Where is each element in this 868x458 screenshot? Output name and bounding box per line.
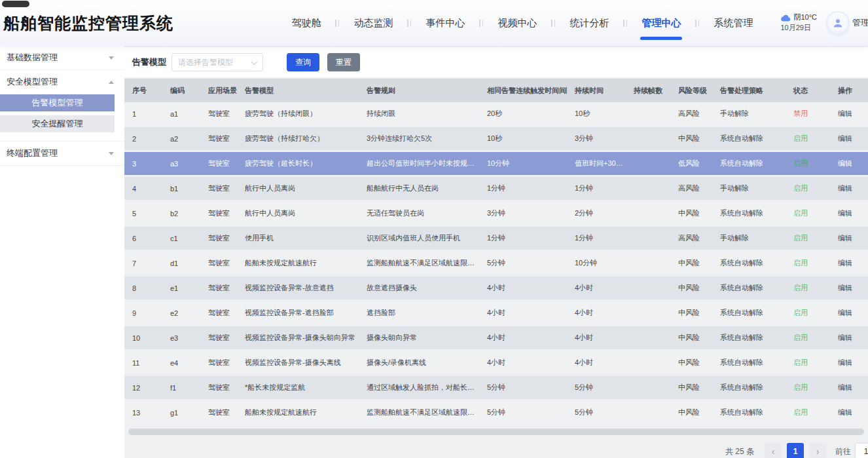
- select-placeholder: 请选择告警模型: [178, 57, 233, 68]
- nav-tab-label: 管理中心: [642, 17, 681, 28]
- cell-duration: 5分钟: [567, 408, 626, 417]
- nav-tab-1[interactable]: 动态监测: [339, 17, 407, 29]
- nav-tab-3[interactable]: 视频中心: [483, 17, 551, 29]
- cell-scene: 驾驶室: [200, 183, 237, 193]
- query-button[interactable]: 查询: [287, 53, 319, 71]
- cell-model: 视频监控设备异常-故意遮挡: [237, 283, 359, 293]
- active-tab-underline: [640, 37, 682, 40]
- table-row[interactable]: 8e1驾驶室视频监控设备异常-故意遮挡故意遮挡摄像头4小时4小时中风险系统自动解…: [124, 277, 868, 301]
- nav-tab-0[interactable]: 驾驶舱: [277, 17, 335, 29]
- cell-interval: 4小时: [479, 283, 567, 293]
- cell-scene: 驾驶室: [200, 308, 237, 318]
- cell-model: 疲劳驾驶（超长时长）: [237, 159, 359, 168]
- edit-link[interactable]: 编辑: [830, 109, 868, 119]
- jump-to-page-input[interactable]: [855, 443, 868, 458]
- edit-link[interactable]: 编辑: [830, 383, 868, 392]
- edit-link[interactable]: 编辑: [830, 283, 868, 293]
- cell-strategy: 系统自动解除: [712, 308, 786, 318]
- main-content: 告警模型 请选择告警模型 查询 重置 序号编码应用场景告警模型告警规则相同告警连…: [124, 46, 868, 458]
- cell-strategy: 系统自动解除: [712, 159, 786, 168]
- edit-link[interactable]: 编辑: [830, 208, 868, 218]
- edit-link[interactable]: 编辑: [830, 408, 868, 417]
- table-row[interactable]: 13g1驾驶室船舶未按规定航速航行监测船舶航速不满足区域航速限制规定5分钟5分钟…: [124, 401, 868, 426]
- edit-link[interactable]: 编辑: [830, 333, 868, 343]
- cell-seq: 6: [124, 235, 162, 242]
- edit-link[interactable]: 编辑: [830, 233, 868, 243]
- edit-link[interactable]: 编辑: [830, 358, 868, 368]
- sidebar-section-safety-model[interactable]: 安全模型管理: [0, 70, 124, 94]
- status-badge: 启用: [786, 208, 830, 218]
- table-row[interactable]: 11e4驾驶室视频监控设备异常-摄像头离线摄像头/录像机离线4小时4小时中风险系…: [124, 351, 868, 376]
- cell-seq: 5: [124, 210, 162, 218]
- cell-scene: 驾驶室: [200, 283, 237, 293]
- cell-strategy: 系统自动解除: [712, 383, 786, 392]
- cell-code: b1: [162, 185, 200, 193]
- cell-interval: 3分钟: [479, 208, 567, 218]
- prev-page-button[interactable]: ‹: [765, 443, 782, 458]
- edit-link[interactable]: 编辑: [830, 308, 868, 318]
- cell-seq: 9: [124, 309, 162, 317]
- column-header: 相同告警连续触发时间间隔: [479, 86, 567, 96]
- table-row[interactable]: 7d1驾驶室船舶未按规定航速航行监测船舶航速不满足区域航速限制规定5分钟10分钟…: [124, 252, 868, 277]
- sidebar-section-basic-data[interactable]: 基础数据管理: [0, 46, 124, 69]
- cell-seq: 7: [124, 259, 162, 267]
- page-1-button[interactable]: 1: [787, 443, 804, 458]
- next-page-button[interactable]: ›: [809, 443, 826, 458]
- table-row[interactable]: 10e3驾驶室视频监控设备异常-摄像头朝向异常摄像头朝向异常4小时4小时中风险系…: [124, 326, 868, 351]
- cell-duration: 1分钟: [567, 183, 626, 193]
- table-row[interactable]: 3a3驾驶室疲劳驾驶（超长时长）超出公司值班时间半小时未按规定交接10分钟值班时…: [124, 152, 868, 177]
- sidebar-section-label: 终端配置管理: [7, 147, 58, 159]
- table-row[interactable]: 12f1驾驶室*船长未按规定监航通过区域触发人脸抓拍，对船长身份...5分钟5分…: [124, 376, 868, 401]
- cell-scene: 驾驶室: [200, 408, 237, 417]
- table-row[interactable]: 6c1驾驶室使用手机识别区域内值班人员使用手机1分钟1分钟高风险手动解除启用编辑: [124, 227, 868, 252]
- sidebar-section-terminal-config[interactable]: 终端配置管理: [0, 142, 124, 165]
- nav-tab-label: 统计分析: [570, 17, 609, 28]
- table-row[interactable]: 4b1驾驶室航行中人员离岗船舶航行中无人员在岗1分钟1分钟高风险手动解除启用编辑: [124, 177, 868, 202]
- cell-duration: 2分钟: [567, 208, 626, 218]
- nav-tab-label: 系统管理: [714, 17, 753, 28]
- horizontal-scrollbar[interactable]: [128, 429, 864, 435]
- cell-seq: 11: [124, 359, 162, 367]
- cell-model: 船舶未按规定航速航行: [237, 408, 359, 417]
- app-title: 船舶智能监控管理系统: [0, 12, 173, 34]
- cell-risk: 低风险: [670, 159, 712, 168]
- nav-tab-6[interactable]: 系统管理: [699, 17, 767, 29]
- table-row[interactable]: 9e2驾驶室视频监控设备异常-遮挡脸部遮挡脸部4小时4小时中风险系统自动解除启用…: [124, 301, 868, 326]
- cell-strategy: 系统自动解除: [712, 258, 786, 268]
- reset-button[interactable]: 重置: [327, 53, 360, 71]
- edit-link[interactable]: 编辑: [830, 258, 868, 268]
- nav-tab-2[interactable]: 事件中心: [411, 17, 479, 29]
- prev-icon: ‹: [772, 446, 775, 457]
- app-header: 船舶智能监控管理系统 驾驶舱动态监测事件中心视频中心统计分析管理中心系统管理 阴…: [0, 0, 868, 46]
- sidebar-item-safety-reminder[interactable]: 安全提醒管理: [0, 115, 115, 132]
- cell-interval: 5分钟: [479, 383, 567, 392]
- table-row[interactable]: 1a1驾驶室疲劳驾驶（持续闭眼）持续闭眼20秒10秒高风险手动解除禁用编辑: [124, 102, 868, 127]
- nav-tab-5[interactable]: 管理中心: [627, 17, 695, 29]
- cell-rule: 超出公司值班时间半小时未按规定交接: [359, 159, 479, 168]
- cell-code: c1: [162, 235, 200, 242]
- sidebar-item-alarm-model[interactable]: 告警模型管理: [0, 94, 115, 111]
- table-row[interactable]: 2a2驾驶室疲劳驾驶（持续打哈欠）3分钟连续打哈欠5次10秒3分钟中风险系统自动…: [124, 127, 868, 152]
- nav-tab-4[interactable]: 统计分析: [555, 17, 623, 29]
- cell-seq: 10: [124, 334, 162, 342]
- column-header: 告警处理策略: [712, 86, 786, 96]
- column-header: 告警规则: [359, 86, 479, 96]
- avatar[interactable]: [827, 12, 848, 33]
- cell-strategy: 手动解除: [712, 109, 786, 119]
- status-badge: 启用: [786, 358, 830, 368]
- column-header: 风险等级: [670, 86, 712, 96]
- cell-rule: 识别区域内值班人员使用手机: [359, 233, 479, 243]
- edit-link[interactable]: 编辑: [830, 183, 868, 193]
- alarm-model-select[interactable]: 请选择告警模型: [172, 53, 263, 71]
- status-badge: 启用: [786, 159, 830, 168]
- cell-model: 视频监控设备异常-遮挡脸部: [237, 308, 359, 318]
- edit-link[interactable]: 编辑: [830, 134, 868, 143]
- nav-tab-label: 驾驶舱: [291, 17, 321, 28]
- username-label[interactable]: 管理: [852, 17, 868, 29]
- alarm-model-table: 序号编码应用场景告警模型告警规则相同告警连续触发时间间隔持续时间持续帧数风险等级…: [124, 79, 868, 426]
- table-row[interactable]: 5b2驾驶室航行中人员离岗无适任驾驶员在岗3分钟2分钟中风险系统自动解除启用编辑: [124, 202, 868, 227]
- edit-link[interactable]: 编辑: [830, 159, 868, 168]
- cell-model: 视频监控设备异常-摄像头朝向异常: [237, 333, 359, 343]
- cell-rule: 通过区域触发人脸抓拍，对船长身份...: [359, 383, 479, 392]
- table-body: 1a1驾驶室疲劳驾驶（持续闭眼）持续闭眼20秒10秒高风险手动解除禁用编辑2a2…: [124, 102, 868, 426]
